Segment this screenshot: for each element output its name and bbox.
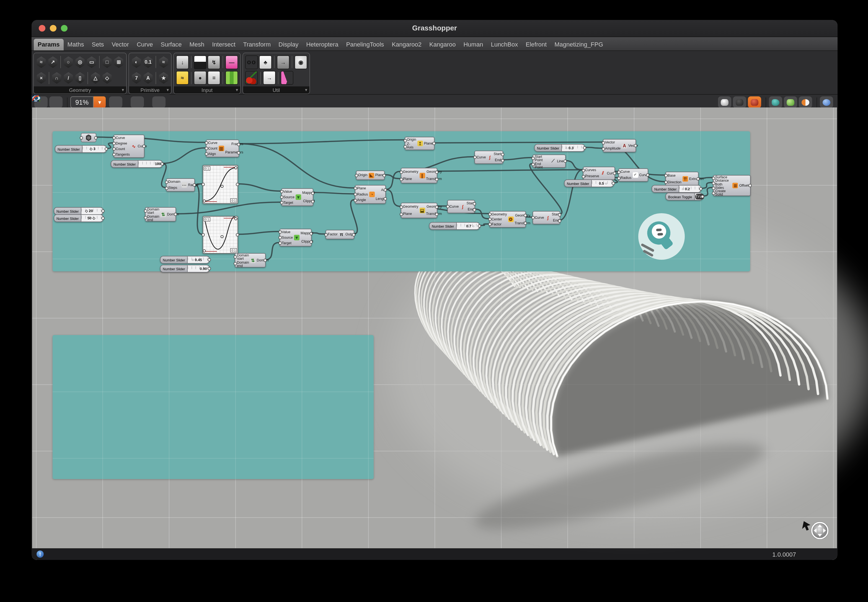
flask-tile[interactable] (281, 71, 293, 85)
output-port[interactable] (237, 151, 240, 154)
expand-group-icon[interactable]: ▾ (236, 88, 238, 92)
plane-normal[interactable]: OriginZ-Axis↥Plane (405, 137, 434, 150)
output-port[interactable] (432, 142, 436, 145)
output-port[interactable] (634, 144, 637, 147)
slider-handle[interactable]: 0.7 ○ (466, 224, 475, 228)
input-port[interactable] (205, 141, 208, 144)
input-port[interactable] (280, 190, 284, 193)
slider-3[interactable]: Number Slider◇ 3 (55, 145, 107, 153)
input-port[interactable] (205, 152, 208, 156)
selection-sphere-button[interactable] (820, 96, 833, 108)
input-port[interactable] (712, 177, 715, 180)
circle-icon[interactable]: ○ (63, 57, 74, 68)
display-shaded-button[interactable] (748, 96, 761, 108)
output-port[interactable] (101, 217, 104, 220)
pink-tile[interactable]: — (225, 55, 238, 69)
input-port[interactable] (403, 139, 407, 142)
output-port[interactable] (583, 146, 586, 149)
tab-elefront[interactable]: Elefront (522, 39, 551, 51)
input-port[interactable] (354, 198, 357, 202)
output-port[interactable] (435, 205, 439, 209)
slider-090[interactable]: Number Slider0.90 ○ (160, 265, 210, 272)
output-port[interactable] (383, 197, 387, 201)
input-port[interactable] (582, 175, 585, 178)
input-port[interactable] (234, 255, 237, 259)
lightning-tile[interactable]: ↯ (208, 55, 220, 69)
output-port[interactable] (101, 209, 104, 213)
output-port[interactable] (699, 187, 702, 190)
slider-handle[interactable]: ○ 0.3 (566, 146, 574, 150)
ellipse-icon[interactable]: ◎ (75, 57, 85, 68)
arrow-light-tile[interactable]: → (263, 71, 276, 85)
join[interactable]: CurvesPreserve⫽Curves (583, 167, 615, 180)
rebuild[interactable]: CurveDegreeCountTangents∿Curve (113, 135, 144, 158)
range[interactable]: DomainSteps⋯Range (166, 178, 195, 192)
input-port[interactable] (664, 181, 668, 184)
zoom-dropdown-button[interactable]: ▼ (94, 96, 106, 108)
yellow-tile[interactable]: ≈ (176, 71, 189, 85)
output-port[interactable] (612, 182, 615, 185)
input-port[interactable] (400, 178, 403, 181)
output-port[interactable] (501, 159, 504, 162)
tab-params[interactable]: Params (34, 39, 64, 51)
output-port[interactable] (311, 200, 314, 203)
display-wire-white-button[interactable] (718, 96, 731, 108)
input-port[interactable] (112, 153, 116, 156)
input-port[interactable] (278, 241, 282, 245)
domain2[interactable]: Domain startDomain end⇅Domain (235, 253, 266, 267)
amplitude[interactable]: VectorAmplitudeAVector (603, 139, 636, 152)
output-port[interactable] (613, 172, 616, 175)
output-port[interactable] (435, 178, 439, 181)
input-port[interactable] (488, 218, 492, 221)
project[interactable]: GeometryPlane⬓GeometryTransform (401, 203, 437, 218)
input-port[interactable] (531, 216, 535, 219)
expand-group-icon[interactable]: ▾ (122, 88, 124, 92)
input-port[interactable] (144, 216, 147, 219)
slider-05[interactable]: Number Slider0.5 ○ (564, 180, 614, 187)
cancel-icon[interactable]: × (36, 72, 46, 84)
arc[interactable]: PlaneRadiusAngle◔ArcLength (355, 185, 386, 204)
output-port[interactable] (264, 259, 267, 262)
output-port[interactable] (524, 214, 527, 217)
sketch-pen-button[interactable] (152, 96, 166, 108)
display-wire-dark-button[interactable] (733, 96, 746, 108)
tab-kangaroo[interactable]: Kangaroo (425, 39, 460, 51)
tab-sets[interactable]: Sets (88, 39, 108, 51)
output-port[interactable] (208, 267, 211, 270)
input-port[interactable] (112, 142, 116, 145)
input-port[interactable] (280, 195, 284, 199)
slider-100[interactable]: Number Slider100 ◇ (111, 160, 163, 168)
param-curve[interactable]: ◎ (81, 133, 96, 142)
slider-handle[interactable]: 0.5 ○ (599, 181, 607, 185)
input-port[interactable] (488, 212, 492, 216)
jam-tile[interactable]: ◉ (294, 55, 307, 69)
expand-group-icon[interactable]: ▾ (305, 88, 307, 92)
toggle-tile[interactable] (194, 55, 207, 69)
remap1[interactable]: ValueSourceTarget▼MappedClipped (281, 188, 313, 206)
output-port[interactable] (193, 183, 196, 187)
save-file-button[interactable] (49, 96, 63, 108)
tree-tile[interactable]: ♣ (259, 55, 272, 69)
tab-maths[interactable]: Maths (64, 39, 88, 51)
slider-handle[interactable]: ○ 0.45 (192, 258, 202, 262)
offset[interactable]: SurfaceDistanceBoth SidesCreate Solid≣Of… (713, 175, 751, 196)
slider-handle[interactable]: ◇ 20 (85, 209, 93, 213)
green-tile[interactable] (225, 71, 238, 85)
tab-heteroptera[interactable]: Heteroptera (302, 39, 342, 51)
tab-display[interactable]: Display (275, 39, 302, 51)
output-port[interactable] (748, 184, 752, 187)
input-port[interactable] (80, 136, 83, 139)
cherries-tile[interactable] (245, 71, 258, 85)
output-port[interactable] (208, 258, 211, 261)
slider-07[interactable]: Number Slider0.7 ○ (429, 222, 480, 230)
output-port[interactable] (311, 191, 314, 195)
output-port[interactable] (564, 160, 567, 163)
input-port[interactable] (712, 186, 715, 190)
input-port[interactable] (400, 205, 403, 209)
input-port[interactable] (278, 236, 282, 239)
gm2[interactable]: 0:10:1 (202, 216, 238, 253)
curve-param[interactable]: ≈ (36, 57, 46, 68)
list-tile[interactable]: ≡ (208, 71, 220, 85)
preview-split-button[interactable] (799, 96, 812, 108)
graph-group[interactable] (52, 131, 750, 271)
